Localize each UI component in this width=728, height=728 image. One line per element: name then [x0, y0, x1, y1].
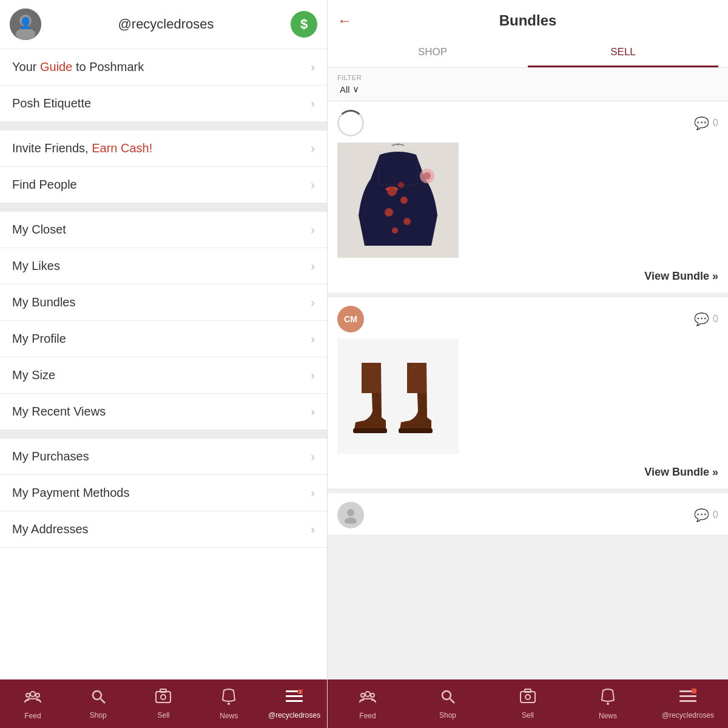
svg-rect-42	[521, 692, 535, 703]
svg-point-40	[442, 691, 451, 699]
back-button[interactable]: ←	[337, 12, 352, 29]
right-header: ← Bundles SHOP SELL	[328, 0, 728, 68]
svg-rect-15	[286, 695, 303, 697]
bundle-avatar-3	[337, 502, 364, 528]
feed-icon	[24, 688, 41, 709]
section-divider-3	[0, 430, 327, 439]
svg-line-9	[101, 699, 105, 703]
svg-point-43	[525, 695, 530, 699]
comment-area-2: 💬 0	[694, 312, 718, 326]
right-nav-label-news: News	[599, 712, 617, 720]
nav-label-news: News	[220, 712, 238, 720]
menu-item-text-my-addresses: My Addresses	[12, 522, 89, 536]
nav-label-sell: Sell	[157, 711, 169, 720]
svg-rect-12	[160, 689, 166, 692]
chevron-icon: ›	[311, 259, 315, 273]
svg-rect-32	[337, 339, 459, 454]
menu-item-text-my-purchases: My Purchases	[12, 450, 89, 463]
menu-item-my-profile[interactable]: My Profile ›	[0, 321, 327, 357]
svg-point-35	[347, 509, 354, 516]
bundle-avatar-2: CM	[337, 306, 364, 332]
right-nav-item-sell[interactable]: Sell	[488, 689, 568, 720]
svg-point-45	[607, 703, 609, 705]
chevron-icon: ›	[311, 486, 315, 500]
right-sell-icon	[519, 689, 536, 709]
menu-item-find-people[interactable]: Find People ›	[0, 167, 327, 203]
menu-item-my-size[interactable]: My Size ›	[0, 357, 327, 394]
header-top: ← Bundles	[337, 12, 718, 29]
profile-header: 👤 @recycledroses $	[0, 0, 327, 49]
svg-rect-48	[679, 700, 696, 702]
view-bundle-row-2: View Bundle »	[328, 460, 728, 488]
svg-rect-10	[156, 692, 170, 703]
chevron-icon: ›	[311, 332, 315, 346]
comment-count-2: 0	[713, 314, 718, 325]
comment-icon-1: 💬	[694, 116, 709, 130]
menu-item-text-guide: Your Guide to Poshmark	[12, 60, 144, 74]
right-news-icon	[601, 688, 615, 709]
menu-item-my-closet[interactable]: My Closet ›	[0, 212, 327, 248]
svg-point-13	[228, 703, 230, 705]
filter-dropdown[interactable]: All ∨	[337, 84, 718, 95]
menu-item-my-payment[interactable]: My Payment Methods ›	[0, 475, 327, 511]
nav-item-shop[interactable]: Shop	[66, 689, 131, 720]
svg-rect-34	[399, 428, 433, 433]
menu-item-my-recent-views[interactable]: My Recent Views ›	[0, 394, 327, 430]
menu-item-text-my-size: My Size	[12, 368, 55, 382]
view-bundle-row-1: View Bundle »	[328, 264, 728, 292]
right-nav-item-feed[interactable]: Feed	[328, 688, 408, 720]
comment-area-3: 💬 0	[694, 508, 718, 522]
svg-point-25	[392, 228, 398, 234]
svg-rect-47	[679, 695, 696, 697]
bundle-avatar-1	[337, 110, 364, 136]
right-nav-item-profile[interactable]: @recycledroses	[648, 689, 728, 720]
menu-item-my-bundles[interactable]: My Bundles ›	[0, 285, 327, 321]
bundles-list: 💬 0	[328, 101, 728, 679]
view-bundle-link-1[interactable]: View Bundle »	[644, 270, 718, 283]
svg-point-37	[365, 692, 370, 696]
right-nav-item-news[interactable]: News	[568, 688, 648, 720]
comment-count-1: 0	[713, 118, 718, 129]
section-divider-1	[0, 122, 327, 130]
nav-item-profile[interactable]: 2 @recycledroses	[261, 689, 327, 720]
balance-button[interactable]: $	[291, 11, 317, 38]
menu-item-invite[interactable]: Invite Friends, Earn Cash! ›	[0, 130, 327, 167]
filter-bar: FILTER All ∨	[328, 68, 728, 101]
menu-item-my-purchases[interactable]: My Purchases ›	[0, 439, 327, 475]
svg-rect-33	[353, 428, 387, 433]
left-panel: 👤 @recycledroses $ Your Guide to Poshmar…	[0, 0, 328, 728]
svg-point-24	[403, 218, 411, 225]
menu-item-my-addresses[interactable]: My Addresses ›	[0, 511, 327, 548]
menu-item-guide[interactable]: Your Guide to Poshmark ›	[0, 49, 327, 86]
right-shop-icon	[440, 689, 456, 709]
right-nav-label-feed: Feed	[359, 712, 376, 720]
bundle-card-3: 💬 0	[328, 493, 728, 534]
svg-text:2: 2	[299, 690, 302, 694]
svg-text:👤: 👤	[19, 16, 33, 30]
right-panel: ← Bundles SHOP SELL FILTER All ∨ 💬	[328, 0, 728, 728]
menu-item-text-find-people: Find People	[12, 178, 77, 192]
nav-item-feed[interactable]: Feed	[0, 688, 66, 720]
tabs: SHOP SELL	[337, 39, 718, 67]
svg-point-38	[361, 693, 365, 697]
nav-item-sell[interactable]: Sell	[131, 689, 197, 720]
right-nav-item-shop[interactable]: Shop	[408, 689, 488, 720]
nav-item-news[interactable]: News	[196, 688, 261, 720]
svg-point-31	[423, 172, 431, 180]
menu-item-etiquette[interactable]: Posh Etiquette ›	[0, 86, 327, 122]
view-bundle-link-2[interactable]: View Bundle »	[644, 466, 718, 479]
svg-rect-16	[286, 700, 303, 702]
menu-item-my-likes[interactable]: My Likes ›	[0, 248, 327, 285]
chevron-icon: ›	[311, 405, 315, 419]
right-profile-icon	[679, 689, 696, 709]
menu-item-text-my-likes: My Likes	[12, 259, 60, 273]
bundle-header-2: CM 💬 0	[328, 297, 728, 339]
chevron-icon: ›	[311, 450, 315, 463]
menu-item-text-my-closet: My Closet	[12, 223, 66, 237]
right-nav-label-profile: @recycledroses	[662, 711, 714, 720]
tab-shop[interactable]: SHOP	[337, 39, 528, 67]
tab-sell[interactable]: SELL	[528, 39, 718, 67]
right-bottom-nav: Feed Shop Sell	[328, 679, 728, 728]
right-feed-icon	[359, 688, 376, 709]
chevron-icon: ›	[311, 295, 315, 309]
